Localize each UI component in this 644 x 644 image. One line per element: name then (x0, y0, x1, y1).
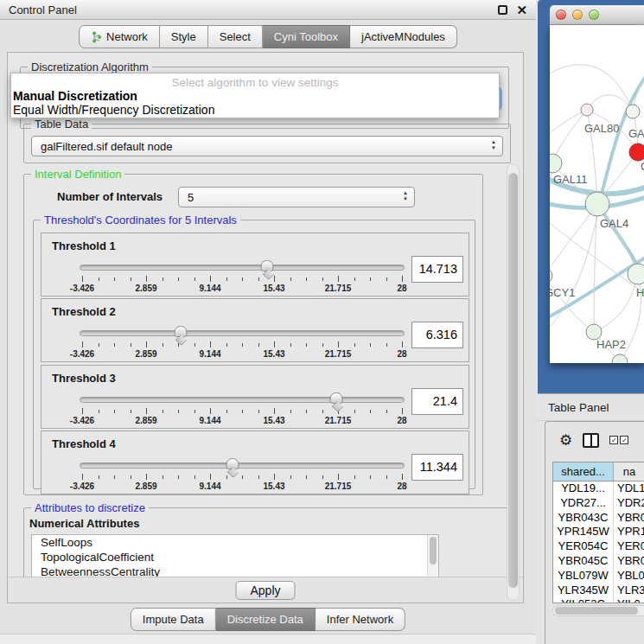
slider-thumb[interactable] (226, 458, 239, 469)
scrollbar-thumb[interactable] (508, 173, 518, 588)
number-of-intervals-combo[interactable]: 5 ▲▼ (178, 187, 415, 207)
slider-track[interactable] (80, 265, 405, 271)
cell-shared-name[interactable]: YBR045C (553, 554, 614, 569)
table-row[interactable]: YLR345WYLR3 (553, 583, 644, 598)
select-columns-icon[interactable]: ✓ ✓ (609, 436, 628, 444)
network-window-titlebar[interactable] (550, 5, 644, 25)
threshold-value-field[interactable]: 14.713 (411, 256, 463, 283)
cell-name[interactable]: YPR1 (614, 525, 644, 539)
attribute-list-item[interactable]: SelfLoops (32, 535, 438, 550)
tab-label: Style (171, 30, 196, 43)
table-row[interactable]: YBR045CYBR0 (553, 554, 644, 569)
cell-shared-name[interactable]: YLR345W (553, 583, 614, 598)
minimize-traffic-light-icon[interactable] (572, 10, 583, 20)
tab-style[interactable]: Style (160, 25, 208, 48)
tick-mark (370, 410, 371, 413)
threshold-slider[interactable]: -3.4262.8599.14415.4321.71528 (80, 259, 405, 294)
cell-name[interactable]: YBR0 (614, 511, 644, 526)
attribute-list-item[interactable]: TopologicalCoefficient (32, 550, 438, 564)
cell-name[interactable]: YDL1 (614, 481, 644, 496)
slider-tick-label: 28 (397, 284, 406, 293)
numerical-attributes-list[interactable]: SelfLoopsTopologicalCoefficientBetweenne… (31, 534, 439, 579)
scrollbar-thumb[interactable] (555, 607, 638, 615)
network-node[interactable] (628, 264, 644, 284)
scrollbar-thumb[interactable] (430, 537, 437, 564)
network-node-label: HAP2 (596, 338, 626, 351)
attributes-scrollbar[interactable] (427, 535, 438, 578)
cell-shared-name[interactable]: YER054C (553, 539, 614, 554)
network-node[interactable] (585, 192, 609, 216)
network-node[interactable] (550, 268, 552, 284)
tab-infer-network[interactable]: Infer Network (316, 608, 405, 631)
slider-track[interactable] (80, 397, 405, 403)
network-edge[interactable] (550, 216, 597, 332)
slider-track[interactable] (80, 330, 405, 336)
cell-name[interactable]: YIL0 (614, 597, 644, 603)
network-edge[interactable] (550, 65, 633, 112)
tab-jactivemnodules[interactable]: jActiveMNodules (350, 25, 457, 48)
network-canvas[interactable]: GAL80GACGAL11GAL4GCY1HHAP2 (550, 25, 644, 363)
table-horizontal-scrollbar[interactable] (552, 605, 644, 616)
network-node[interactable] (581, 104, 593, 116)
cell-shared-name[interactable]: YDL19... (553, 481, 614, 496)
gear-icon[interactable]: ⚙ (559, 433, 572, 448)
cell-name[interactable]: YER0 (614, 539, 644, 554)
table-row[interactable]: YDL19...YDL1 (553, 481, 644, 496)
tab-network[interactable]: Network (79, 25, 160, 48)
tick-mark (386, 343, 387, 347)
slider-thumb[interactable] (261, 260, 274, 271)
close-traffic-light-icon[interactable] (556, 10, 566, 20)
threshold-value-field[interactable]: 21.4 (411, 388, 463, 415)
network-view-window[interactable]: GAL80GACGAL11GAL4GCY1HHAP2 (538, 0, 644, 393)
cell-name[interactable]: YBL0 (614, 569, 644, 583)
node-table[interactable]: shared... na YDL19...YDL1YDR27...YDR2YBR… (552, 462, 644, 603)
slider-thumb[interactable] (174, 326, 187, 337)
tab-impute-data[interactable]: Impute Data (131, 608, 216, 631)
cell-shared-name[interactable]: YDR27... (553, 496, 614, 511)
cell-shared-name[interactable]: YPR145W (553, 525, 614, 539)
checkbox-icon: ✓ (609, 436, 618, 444)
column-header-shared-name[interactable]: shared... (553, 462, 614, 481)
table-row[interactable]: YPR145WYPR1 (553, 525, 644, 539)
slider-tick-label: -3.426 (70, 416, 94, 425)
table-data-combo[interactable]: galFiltered.sif default node ▲▼ (31, 136, 503, 156)
split-view-icon[interactable] (583, 433, 599, 448)
dropdown-option-manual-discretization[interactable]: Manual Discretization (11, 89, 499, 103)
close-icon[interactable]: ✕ (516, 5, 527, 15)
network-node[interactable] (626, 105, 640, 118)
tab-select[interactable]: Select (208, 25, 263, 48)
table-row[interactable]: YER054CYER0 (553, 539, 644, 554)
network-node[interactable] (550, 154, 562, 173)
network-node[interactable] (629, 143, 644, 161)
tick-mark (306, 410, 307, 413)
tab-discretize-data[interactable]: Discretize Data (216, 608, 316, 631)
cell-shared-name[interactable]: YBL079W (553, 569, 614, 583)
apply-button[interactable]: Apply (235, 581, 295, 600)
panel-vertical-scrollbar[interactable] (507, 163, 520, 601)
float-window-icon[interactable] (498, 5, 507, 15)
table-row[interactable]: YDR27...YDR2 (553, 496, 644, 511)
cell-shared-name[interactable]: YBR043C (553, 511, 614, 526)
slider-ticks (82, 276, 402, 283)
threshold-slider[interactable]: -3.4262.8599.14415.4321.71528 (80, 392, 405, 426)
threshold-value-field[interactable]: 11.344 (411, 454, 463, 481)
threshold-value-field[interactable]: 6.316 (411, 322, 463, 348)
threshold-slider[interactable]: -3.4262.8599.14415.4321.71528 (80, 325, 405, 360)
table-row[interactable]: YBL079WYBL0 (553, 569, 644, 583)
table-row[interactable]: YIL052CYIL0 (553, 597, 644, 603)
cell-shared-name[interactable]: YIL052C (553, 597, 614, 603)
network-edge[interactable] (550, 204, 597, 276)
cell-name[interactable]: YLR3 (614, 583, 644, 598)
slider-thumb[interactable] (330, 392, 343, 404)
cell-name[interactable]: YDR2 (614, 496, 644, 511)
table-row[interactable]: YBR043CYBR0 (553, 511, 644, 526)
dropdown-option-equal-width-frequency[interactable]: Equal Width/Frequency Discretization (11, 103, 499, 117)
zoom-traffic-light-icon[interactable] (589, 10, 599, 20)
network-edge[interactable] (550, 220, 644, 295)
column-header-name[interactable]: na (614, 462, 644, 481)
cell-name[interactable]: YBR0 (614, 554, 644, 569)
slider-track[interactable] (80, 462, 405, 469)
tab-cyni-toolbox[interactable]: Cyni Toolbox (263, 25, 350, 48)
panel-title: Control Panel (9, 3, 498, 16)
threshold-slider[interactable]: -3.4262.8599.14415.4321.71528 (80, 457, 405, 492)
